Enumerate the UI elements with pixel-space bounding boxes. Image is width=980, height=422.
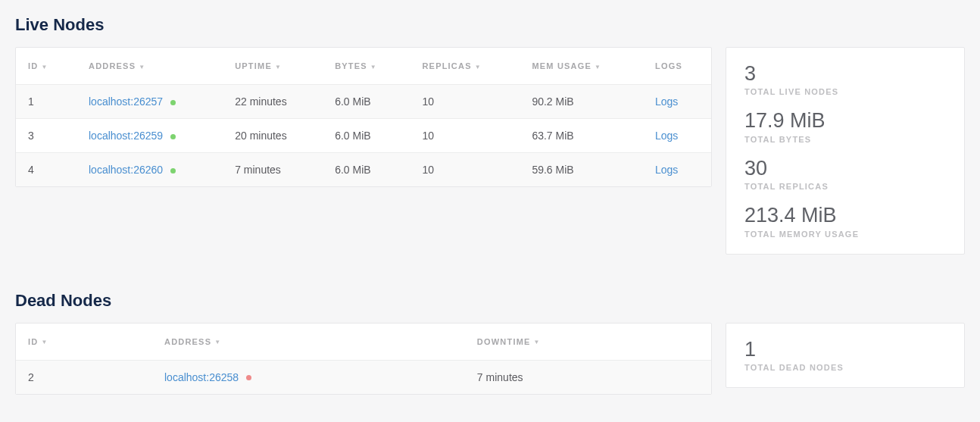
total-bytes-value: 17.9 MiB bbox=[744, 108, 946, 133]
address-link[interactable]: localhost:26259 bbox=[89, 130, 163, 142]
col-header-replicas[interactable]: REPLICAS▼ bbox=[410, 48, 520, 85]
sort-down-icon: ▼ bbox=[595, 64, 601, 70]
live-nodes-heading: Live Nodes bbox=[15, 15, 965, 35]
cell-address: localhost:26260 bbox=[76, 153, 223, 187]
col-header-mem-label: MEM USAGE bbox=[532, 61, 591, 70]
cell-address: localhost:26259 bbox=[76, 119, 223, 153]
col-header-address-label: ADDRESS bbox=[164, 337, 211, 346]
cell-uptime: 20 minutes bbox=[223, 119, 323, 153]
col-header-logs-label: LOGS bbox=[655, 61, 682, 70]
status-dot-icon bbox=[246, 375, 251, 380]
cell-logs: Logs bbox=[643, 153, 711, 187]
sort-down-icon: ▼ bbox=[275, 64, 282, 70]
cell-id: 2 bbox=[16, 360, 152, 394]
dead-nodes-section: ID▼ ADDRESS▼ DOWNTIME▼ 2 localhost:26258… bbox=[15, 323, 965, 395]
total-dead-nodes-label: TOTAL DEAD NODES bbox=[744, 363, 946, 372]
col-header-id-label: ID bbox=[28, 337, 38, 346]
dead-nodes-table: ID▼ ADDRESS▼ DOWNTIME▼ 2 localhost:26258… bbox=[15, 323, 712, 395]
total-dead-nodes-value: 1 bbox=[744, 337, 946, 361]
sort-down-icon: ▼ bbox=[41, 64, 48, 70]
total-live-nodes-value: 3 bbox=[744, 61, 946, 86]
cell-downtime: 7 minutes bbox=[465, 360, 711, 394]
dead-nodes-heading: Dead Nodes bbox=[15, 291, 965, 311]
cell-bytes: 6.0 MiB bbox=[323, 153, 410, 187]
status-dot-icon bbox=[170, 134, 176, 139]
cell-replicas: 10 bbox=[410, 119, 520, 153]
cell-uptime: 22 minutes bbox=[223, 85, 323, 119]
col-header-downtime[interactable]: DOWNTIME▼ bbox=[465, 324, 711, 361]
total-mem-value: 213.4 MiB bbox=[744, 203, 946, 227]
col-header-uptime[interactable]: UPTIME▼ bbox=[223, 48, 323, 85]
table-row: 1 localhost:26257 22 minutes 6.0 MiB 10 … bbox=[16, 85, 711, 119]
address-link[interactable]: localhost:26257 bbox=[89, 95, 163, 108]
col-header-bytes[interactable]: BYTES▼ bbox=[323, 48, 410, 85]
col-header-address-label: ADDRESS bbox=[89, 61, 136, 70]
col-header-uptime-label: UPTIME bbox=[235, 61, 272, 70]
total-mem-label: TOTAL MEMORY USAGE bbox=[744, 230, 946, 239]
cell-uptime: 7 minutes bbox=[223, 153, 323, 187]
cell-mem: 90.2 MiB bbox=[520, 85, 643, 119]
table-row: 4 localhost:26260 7 minutes 6.0 MiB 10 5… bbox=[16, 153, 711, 187]
logs-link[interactable]: Logs bbox=[655, 164, 678, 176]
col-header-id-label: ID bbox=[28, 61, 38, 70]
logs-link[interactable]: Logs bbox=[655, 95, 678, 108]
col-header-bytes-label: BYTES bbox=[335, 61, 367, 70]
cell-mem: 63.7 MiB bbox=[520, 119, 643, 153]
col-header-mem[interactable]: MEM USAGE▼ bbox=[520, 48, 643, 85]
col-header-replicas-label: REPLICAS bbox=[422, 61, 471, 70]
sort-down-icon: ▼ bbox=[475, 64, 482, 70]
total-replicas-label: TOTAL REPLICAS bbox=[744, 182, 946, 191]
logs-link[interactable]: Logs bbox=[655, 130, 678, 142]
col-header-address[interactable]: ADDRESS▼ bbox=[76, 48, 223, 85]
cell-logs: Logs bbox=[643, 119, 711, 153]
table-row: 2 localhost:26258 7 minutes bbox=[16, 360, 711, 394]
cell-logs: Logs bbox=[643, 85, 711, 119]
status-dot-icon bbox=[170, 100, 176, 105]
col-header-logs: LOGS bbox=[643, 48, 711, 85]
cell-address: localhost:26258 bbox=[152, 360, 465, 394]
cell-address: localhost:26257 bbox=[76, 85, 223, 119]
sort-down-icon: ▼ bbox=[534, 339, 541, 345]
total-replicas-value: 30 bbox=[744, 156, 946, 180]
live-summary-panel: 3 TOTAL LIVE NODES 17.9 MiB TOTAL BYTES … bbox=[726, 47, 965, 255]
col-header-id[interactable]: ID▼ bbox=[16, 324, 152, 361]
sort-down-icon: ▼ bbox=[370, 64, 377, 70]
dead-summary-panel: 1 TOTAL DEAD NODES bbox=[726, 323, 965, 388]
address-link[interactable]: localhost:26258 bbox=[164, 371, 239, 383]
col-header-downtime-label: DOWNTIME bbox=[477, 337, 531, 346]
cell-id: 1 bbox=[16, 85, 76, 119]
sort-down-icon: ▼ bbox=[139, 64, 145, 70]
table-row: 3 localhost:26259 20 minutes 6.0 MiB 10 … bbox=[16, 119, 711, 153]
cell-replicas: 10 bbox=[410, 153, 520, 187]
total-bytes-label: TOTAL BYTES bbox=[744, 135, 946, 144]
total-live-nodes-label: TOTAL LIVE NODES bbox=[744, 87, 946, 96]
cell-bytes: 6.0 MiB bbox=[323, 119, 410, 153]
live-nodes-section: ID▼ ADDRESS▼ UPTIME▼ BYTES▼ REPLICAS▼ ME… bbox=[15, 47, 965, 255]
address-link[interactable]: localhost:26260 bbox=[89, 164, 163, 176]
cell-id: 3 bbox=[16, 119, 76, 153]
col-header-address[interactable]: ADDRESS▼ bbox=[152, 324, 465, 361]
col-header-id[interactable]: ID▼ bbox=[16, 48, 76, 85]
live-nodes-table: ID▼ ADDRESS▼ UPTIME▼ BYTES▼ REPLICAS▼ ME… bbox=[15, 47, 712, 187]
cell-id: 4 bbox=[16, 153, 76, 187]
status-dot-icon bbox=[170, 168, 176, 173]
cell-bytes: 6.0 MiB bbox=[323, 85, 410, 119]
cell-replicas: 10 bbox=[410, 85, 520, 119]
sort-down-icon: ▼ bbox=[41, 339, 48, 345]
sort-down-icon: ▼ bbox=[214, 339, 221, 345]
cell-mem: 59.6 MiB bbox=[520, 153, 643, 187]
